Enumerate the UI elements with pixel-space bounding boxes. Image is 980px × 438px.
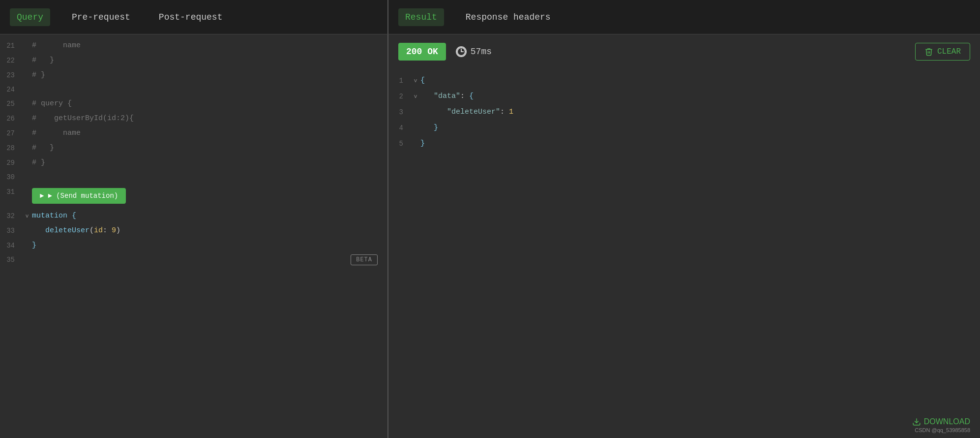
code-content-21: # name <box>32 39 387 53</box>
clear-button[interactable]: CLEAR <box>915 43 970 61</box>
code-content-25: # query { <box>32 97 387 111</box>
code-content-27: # name <box>32 126 387 140</box>
line-num-29: 29 <box>0 159 22 167</box>
line-num-22: 22 <box>0 57 22 64</box>
result-num-3: 3 <box>388 108 411 116</box>
code-content-33: deleteUser(id: 9) <box>32 224 387 238</box>
line-num-26: 26 <box>0 115 22 123</box>
left-panel: 21 # name 22 # } 23 # } 24 <box>0 34 388 438</box>
code-line-23: 23 # } <box>0 68 387 83</box>
line-num-24: 24 <box>0 86 22 94</box>
app-header: Query Pre-request Post-request Result Re… <box>0 0 980 34</box>
result-num-5: 5 <box>388 140 411 148</box>
send-label: ► (Send mutation) <box>48 192 118 200</box>
download-sub-label: CSDN @qq_53985858 <box>915 427 970 433</box>
line-num-34: 34 <box>0 242 22 250</box>
send-mutation-button[interactable]: ► ► (Send mutation) <box>32 188 126 204</box>
main-content: 21 # name 22 # } 23 # } 24 <box>0 34 980 438</box>
result-content-3: "deleteUser": 1 <box>420 105 980 120</box>
download-area: DOWNLOAD CSDN @qq_53985858 <box>388 413 980 438</box>
right-tab-bar: Result Response headers <box>388 0 980 34</box>
result-toolbar: 200 OK 57ms CLEAR <box>388 34 980 69</box>
download-button[interactable]: DOWNLOAD CSDN @qq_53985858 <box>912 417 970 433</box>
line-num-32: 32 <box>0 212 22 220</box>
line-num-28: 28 <box>0 144 22 152</box>
code-line-35: 35 BETA <box>0 253 387 267</box>
right-panel: 200 OK 57ms CLEAR <box>388 34 980 438</box>
download-text: DOWNLOAD <box>924 417 970 426</box>
code-line-30: 30 <box>0 170 387 184</box>
time-badge: 57ms <box>456 46 492 57</box>
result-line-3: 3 "deleteUser": 1 <box>388 104 980 120</box>
line-num-33: 33 <box>0 227 22 235</box>
code-line-32: 32 v mutation { <box>0 209 387 223</box>
download-icon <box>912 417 921 426</box>
clear-label: CLEAR <box>937 47 961 56</box>
tab-result[interactable]: Result <box>398 8 444 26</box>
result-line-1: 1 v { <box>388 73 980 89</box>
download-label: DOWNLOAD <box>912 417 970 426</box>
result-content-2: "data": { <box>420 89 980 104</box>
line-num-23: 23 <box>0 71 22 79</box>
code-content-22: # } <box>32 54 387 67</box>
result-num-1: 1 <box>388 77 411 85</box>
tab-pre-request[interactable]: Pre-request <box>65 8 137 26</box>
line-num-30: 30 <box>0 173 22 181</box>
line-num-35: 35 <box>0 256 22 264</box>
code-line-22: 22 # } <box>0 53 387 68</box>
result-num-2: 2 <box>388 93 411 100</box>
code-content-34: } <box>32 239 387 252</box>
code-content-26: # getUserById(id:2){ <box>32 112 387 125</box>
line-num-31: 31 <box>0 188 22 196</box>
code-line-29: 29 # } <box>0 156 387 170</box>
code-line-34: 34 } <box>0 238 387 253</box>
result-content-1: { <box>420 73 980 88</box>
code-line-21: 21 # name <box>0 38 387 53</box>
clock-icon <box>456 46 467 57</box>
result-content-4: } <box>420 121 980 135</box>
query-editor[interactable]: 21 # name 22 # } 23 # } 24 <box>0 34 387 438</box>
left-tab-bar: Query Pre-request Post-request <box>0 0 388 34</box>
code-line-31: 31 ► ► (Send mutation) <box>0 184 387 209</box>
code-line-26: 26 # getUserById(id:2){ <box>0 111 387 126</box>
code-content-23: # } <box>32 68 387 82</box>
send-icon: ► <box>40 192 44 200</box>
result-line-4: 4 } <box>388 120 980 136</box>
line-num-25: 25 <box>0 100 22 108</box>
code-line-27: 27 # name <box>0 126 387 141</box>
code-line-33: 33 deleteUser(id: 9) <box>0 223 387 238</box>
code-line-25: 25 # query { <box>0 96 387 111</box>
result-content-5: } <box>420 136 980 151</box>
result-num-4: 4 <box>388 124 411 132</box>
beta-badge: BETA <box>351 254 378 265</box>
result-code-display: 1 v { 2 v "data": { 3 "deleteUser": 1 4 <box>388 69 980 413</box>
line-num-27: 27 <box>0 129 22 137</box>
status-badge: 200 OK <box>398 43 446 61</box>
code-content-32: mutation { <box>32 209 387 223</box>
tab-post-request[interactable]: Post-request <box>152 8 230 26</box>
code-line-28: 28 # } <box>0 141 387 156</box>
code-content-28: # } <box>32 141 387 155</box>
code-content-29: # } <box>32 156 387 170</box>
code-line-24: 24 <box>0 83 387 96</box>
tab-response-headers[interactable]: Response headers <box>459 8 558 26</box>
result-line-2: 2 v "data": { <box>388 89 980 104</box>
time-value: 57ms <box>471 47 492 57</box>
trash-icon <box>924 47 933 56</box>
line-num-21: 21 <box>0 42 22 50</box>
result-line-5: 5 } <box>388 136 980 152</box>
tab-query[interactable]: Query <box>10 8 50 26</box>
clock-svg <box>457 47 466 56</box>
